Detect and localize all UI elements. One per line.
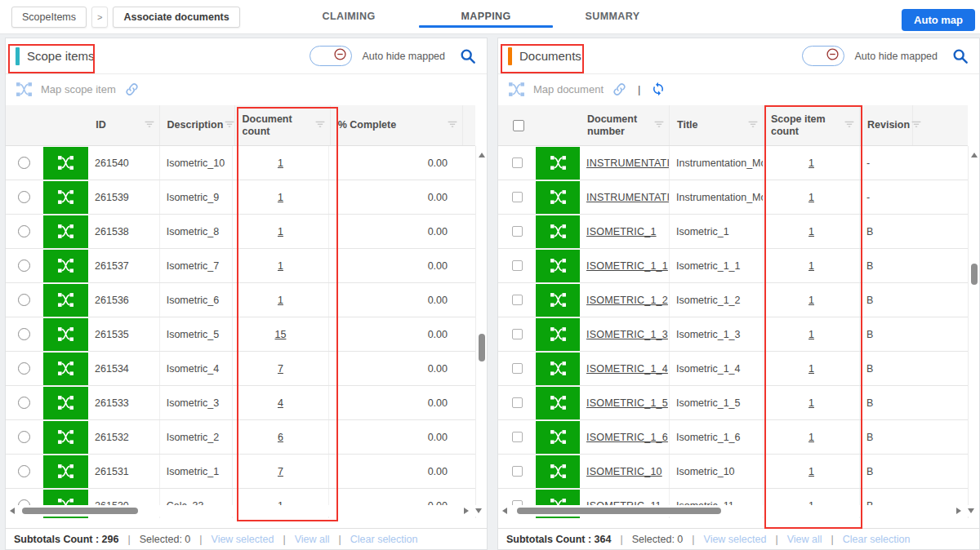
auto-hide-mapped-toggle[interactable]	[310, 46, 352, 66]
row-checkbox[interactable]	[512, 329, 523, 339]
filter-icon[interactable]	[844, 119, 854, 131]
document-count-link[interactable]: 1	[278, 226, 283, 237]
mapped-indicator-icon[interactable]	[536, 387, 580, 419]
horizontal-scrollbar[interactable]	[498, 505, 979, 517]
row-radio[interactable]	[18, 259, 30, 272]
document-number-link[interactable]: ISOMETRIC_1_4	[586, 363, 668, 375]
mapped-indicator-icon[interactable]	[43, 250, 88, 282]
clear-selection-link[interactable]: Clear selection	[350, 534, 418, 545]
row-checkbox[interactable]	[512, 397, 523, 408]
auto-hide-mapped-toggle[interactable]	[802, 46, 844, 66]
row-radio[interactable]	[18, 191, 30, 203]
mapped-indicator-icon[interactable]	[43, 181, 88, 214]
document-count-link[interactable]: 6	[278, 432, 283, 443]
row-checkbox[interactable]	[512, 260, 523, 271]
mapped-indicator-icon[interactable]	[43, 387, 88, 419]
document-count-link[interactable]: 1	[278, 192, 283, 203]
mapped-indicator-icon[interactable]	[536, 181, 580, 214]
row-radio[interactable]	[18, 328, 30, 340]
document-number-link[interactable]: ISOMETRIC_1_3	[586, 329, 668, 340]
row-checkbox[interactable]	[512, 192, 523, 202]
link-icon[interactable]	[124, 82, 140, 97]
scope-item-count-link[interactable]: 1	[808, 260, 814, 272]
mapped-indicator-icon[interactable]	[43, 353, 88, 385]
document-count-link[interactable]: 15	[274, 329, 286, 340]
horizontal-scroll-thumb[interactable]	[517, 508, 721, 514]
tab-summary[interactable]: SUMMARY	[586, 11, 640, 22]
tab-mapping[interactable]: MAPPING	[461, 11, 510, 22]
document-number-link[interactable]: ISOMETRIC_1_1	[586, 260, 668, 272]
mapped-indicator-icon[interactable]	[43, 215, 88, 248]
row-radio[interactable]	[18, 431, 30, 443]
row-radio[interactable]	[18, 465, 30, 477]
row-radio[interactable]	[18, 397, 30, 409]
row-checkbox[interactable]	[512, 157, 523, 168]
row-radio[interactable]	[18, 157, 30, 169]
mapped-indicator-icon[interactable]	[536, 284, 580, 317]
mapped-indicator-icon[interactable]	[536, 421, 580, 454]
mapped-indicator-icon[interactable]	[43, 284, 88, 317]
document-number-link[interactable]: ISOMETRIC_10	[586, 466, 662, 477]
document-number-link[interactable]: ISOMETRIC_1	[586, 226, 657, 237]
vertical-scroll-thumb[interactable]	[479, 334, 485, 361]
search-icon[interactable]	[459, 47, 477, 65]
clear-selection-link[interactable]: Clear selection	[843, 534, 911, 545]
scroll-right-icon[interactable]	[464, 508, 469, 514]
map-icon[interactable]	[16, 81, 33, 98]
document-number-link[interactable]: ISOMETRIC_1_6	[586, 432, 668, 443]
breadcrumb-associate-documents[interactable]: Associate documents	[113, 7, 239, 28]
scroll-down-icon[interactable]	[968, 508, 974, 513]
horizontal-scrollbar[interactable]	[6, 505, 487, 517]
filter-icon[interactable]	[654, 119, 664, 131]
scope-item-count-link[interactable]: 1	[808, 329, 814, 340]
mapped-indicator-icon[interactable]	[536, 455, 580, 488]
scroll-left-icon[interactable]	[502, 508, 507, 514]
scroll-right-icon[interactable]	[956, 508, 961, 514]
row-radio[interactable]	[18, 362, 30, 375]
row-radio[interactable]	[18, 294, 30, 306]
mapped-indicator-icon[interactable]	[536, 353, 580, 385]
select-all-checkbox[interactable]	[513, 120, 524, 131]
search-icon[interactable]	[951, 47, 969, 65]
auto-map-button[interactable]: Auto map	[902, 9, 975, 31]
view-all-link[interactable]: View all	[787, 534, 822, 545]
scope-item-count-link[interactable]: 1	[808, 226, 814, 237]
scroll-down-icon[interactable]	[475, 508, 482, 513]
scope-item-count-link[interactable]: 1	[808, 157, 814, 169]
mapped-indicator-icon[interactable]	[536, 147, 580, 180]
scope-item-count-link[interactable]: 1	[808, 295, 814, 306]
mapped-indicator-icon[interactable]	[43, 421, 88, 454]
document-number-link[interactable]: INSTRUMENTATION...	[586, 157, 670, 169]
mapped-indicator-icon[interactable]	[43, 455, 88, 488]
filter-icon[interactable]	[225, 119, 234, 131]
scope-item-count-link[interactable]: 1	[808, 397, 814, 409]
refresh-icon[interactable]	[651, 82, 666, 96]
view-selected-link[interactable]: View selected	[704, 534, 767, 545]
document-number-link[interactable]: INSTRUMENTATION...	[586, 192, 670, 203]
horizontal-scroll-thumb[interactable]	[22, 508, 138, 514]
document-count-link[interactable]: 7	[278, 363, 283, 375]
document-count-link[interactable]: 4	[278, 397, 283, 409]
scope-item-count-link[interactable]: 1	[808, 363, 814, 375]
breadcrumb-scopeitems[interactable]: ScopeItems	[11, 7, 87, 28]
document-count-link[interactable]: 1	[278, 295, 283, 306]
mapped-indicator-icon[interactable]	[43, 318, 88, 351]
filter-icon[interactable]	[145, 119, 154, 131]
document-count-link[interactable]: 1	[278, 260, 283, 272]
scroll-up-icon[interactable]	[971, 153, 978, 157]
mapped-indicator-icon[interactable]	[536, 215, 580, 248]
vertical-scrollbar[interactable]	[968, 146, 979, 518]
row-radio[interactable]	[18, 225, 30, 237]
row-checkbox[interactable]	[512, 363, 523, 374]
mapped-indicator-icon[interactable]	[536, 250, 580, 282]
document-number-link[interactable]: ISOMETRIC_1_5	[586, 397, 668, 409]
row-checkbox[interactable]	[512, 295, 523, 305]
scope-item-count-link[interactable]: 1	[808, 192, 814, 203]
filter-icon[interactable]	[448, 119, 457, 131]
document-count-link[interactable]: 7	[278, 466, 283, 477]
row-checkbox[interactable]	[512, 226, 523, 237]
tab-claiming[interactable]: CLAIMING	[323, 11, 376, 22]
row-checkbox[interactable]	[512, 432, 523, 442]
map-icon[interactable]	[508, 81, 525, 98]
scroll-up-icon[interactable]	[479, 153, 485, 157]
